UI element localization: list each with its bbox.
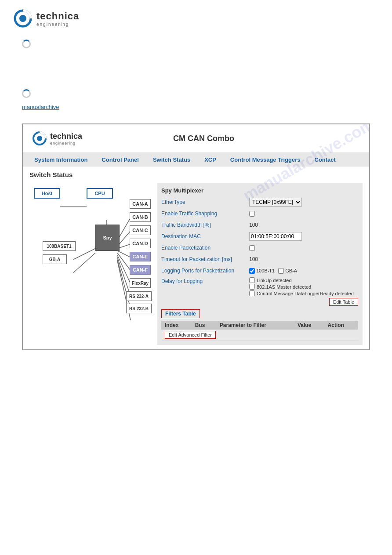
enable-packetization-label: Enable Packetization — [161, 245, 249, 251]
delay-linkup-label: LinkUp detected — [257, 278, 292, 283]
svg-line-12 — [117, 258, 131, 296]
spy-panel: Spy Multiplexer EtherType TECMP [0x99FE]… — [157, 183, 363, 345]
can-c-box: CAN-C — [130, 225, 151, 235]
delay-control-checkbox[interactable] — [249, 290, 255, 296]
delay-checkboxes: LinkUp detected 802.1AS Master detected … — [249, 277, 354, 296]
filters-table-edit-cell: Edit Advanced Filter — [161, 330, 358, 341]
spy-form: EtherType TECMP [0x99FE] Other Enable Tr… — [161, 197, 358, 296]
enable-packetization-row: Enable Packetization — [161, 243, 358, 253]
logo-technica-text: technica — [36, 11, 79, 22]
frame-logo: technica engineering — [32, 131, 82, 146]
nav-item-xcp[interactable]: XCP — [197, 153, 223, 167]
frame-content: Switch Status — [23, 167, 369, 349]
traffic-bandwidth-row: Traffic Bandwidth [%] 100 — [161, 220, 358, 230]
can-b-box: CAN-B — [130, 212, 151, 222]
delay-check-control: Control Message DataLoggerReady detected — [249, 290, 354, 296]
timeout-row: Timeout for Packetization [ms] 100 — [161, 254, 358, 264]
delay-label: Delay for Logging — [161, 277, 249, 284]
traffic-bandwidth-label: Traffic Bandwidth [%] — [161, 222, 249, 228]
archive-link[interactable]: manualarchive — [22, 104, 59, 110]
ethertype-row: EtherType TECMP [0x99FE] Other — [161, 197, 358, 207]
nav-item-contact[interactable]: Contact — [308, 153, 343, 167]
frame-header: technica engineering CM CAN Combo — [23, 124, 369, 153]
traffic-bandwidth-value: 100 — [249, 222, 258, 228]
logging-ports-label: Logging Ports for Packetization — [161, 268, 249, 274]
ethertype-select[interactable]: TECMP [0x99FE] Other — [249, 198, 302, 207]
technica-logo-icon — [13, 9, 33, 29]
rs232-a-box: RS 232-A — [126, 291, 152, 301]
svg-line-9 — [117, 251, 131, 258]
filters-table-edit-row: Edit Advanced Filter — [161, 330, 358, 341]
edit-table-button[interactable]: Edit Table — [329, 298, 358, 306]
switch-layout: Host CPU Spy 100BASET1 — [29, 183, 363, 345]
top-section-2: manualarchive — [0, 54, 392, 115]
enable-traffic-row: Enable Traffic Shapping — [161, 209, 358, 218]
delay-control-label: Control Message DataLoggerReady detected — [257, 291, 354, 296]
filters-table: Index Bus Parameter to Filter Value Acti… — [161, 321, 358, 341]
top-section-1 — [0, 33, 392, 54]
port-100bt1-label: 100B-T1 — [256, 268, 275, 273]
delay-8021as-label: 802.1AS Master detected — [257, 284, 311, 290]
delay-linkup-checkbox[interactable] — [249, 277, 255, 283]
frame-logo-icon — [32, 131, 47, 146]
can-e-box: CAN-E — [130, 252, 151, 261]
timeout-value: 100 — [249, 256, 258, 262]
frame-logo-text: technica engineering — [50, 132, 82, 145]
filters-table-title: Filters Table — [161, 309, 200, 318]
edit-advanced-filter-button[interactable]: Edit Advanced Filter — [165, 331, 216, 339]
timeout-label: Timeout for Packetization [ms] — [161, 256, 249, 262]
destination-mac-input[interactable] — [249, 232, 302, 241]
port-gba-checkbox[interactable] — [278, 268, 284, 274]
filters-table-section: Filters Table Index Bus Parameter to Fil… — [161, 309, 358, 341]
cpu-box: CPU — [87, 188, 113, 199]
delay-8021as-checkbox[interactable] — [249, 284, 255, 290]
nav-item-control-panel[interactable]: Control Panel — [94, 153, 146, 167]
filters-table-header: Index Bus Parameter to Filter Value Acti… — [161, 321, 358, 330]
port-gba-check-item: GB-A — [278, 268, 297, 274]
enable-packetization-checkbox[interactable] — [249, 245, 255, 251]
port-gba-check-label: GB-A — [285, 268, 297, 273]
port-100bt1-checkbox[interactable] — [249, 268, 255, 274]
nav-item-switch-status[interactable]: Switch Status — [146, 153, 197, 167]
svg-line-10 — [117, 253, 131, 271]
spinner-1 — [22, 40, 31, 48]
delay-check-8021as: 802.1AS Master detected — [249, 284, 354, 290]
page-wrapper: technica engineering manualarchive manua… — [0, 0, 392, 350]
delay-check-linkup: LinkUp detected — [249, 277, 354, 283]
destination-mac-label: Destination MAC — [161, 233, 249, 239]
section-title: Switch Status — [29, 171, 363, 178]
col-value: Value — [294, 321, 324, 330]
nav-item-system-information[interactable]: System Information — [27, 153, 94, 167]
svg-line-15 — [73, 249, 95, 260]
logo-engineering-text: engineering — [36, 22, 79, 27]
link-area: manualarchive — [22, 102, 370, 112]
main-frame: manualarchive.com technica engineering C… — [22, 123, 370, 350]
col-action: Action — [324, 321, 358, 330]
svg-line-11 — [117, 255, 131, 284]
nav-item-control-message-triggers[interactable]: Control Message Triggers — [223, 153, 308, 167]
host-box: Host — [34, 188, 60, 199]
rs232-b-box: RS 232-B — [126, 304, 152, 313]
spinner-row-1 — [22, 40, 370, 48]
spy-box: Spy — [95, 225, 120, 251]
destination-mac-row: Destination MAC — [161, 232, 358, 241]
logo-text: technica engineering — [36, 11, 79, 27]
port-checks: 100B-T1 GB-A — [249, 268, 297, 274]
can-a-box: CAN-A — [130, 199, 151, 209]
frame-logo-technica: technica — [50, 132, 82, 141]
can-f-box: CAN-F — [130, 265, 151, 275]
switch-diagram: Host CPU Spy 100BASET1 — [29, 183, 152, 345]
enable-traffic-checkbox[interactable] — [249, 211, 255, 217]
spy-panel-title: Spy Multiplexer — [161, 187, 358, 194]
delay-row: Delay for Logging LinkUp detected 802.1A… — [161, 277, 358, 296]
frame-title: CM CAN Combo — [173, 134, 269, 143]
spinner-row-2 — [22, 89, 370, 98]
svg-point-1 — [19, 15, 26, 22]
col-parameter: Parameter to Filter — [216, 321, 294, 330]
ethertype-label: EtherType — [161, 199, 249, 205]
port-gba-box: GB-A — [43, 254, 67, 264]
svg-point-3 — [37, 136, 42, 141]
col-index: Index — [161, 321, 192, 330]
logo-container: technica engineering — [13, 9, 79, 29]
frame-logo-engineering: engineering — [50, 141, 82, 145]
